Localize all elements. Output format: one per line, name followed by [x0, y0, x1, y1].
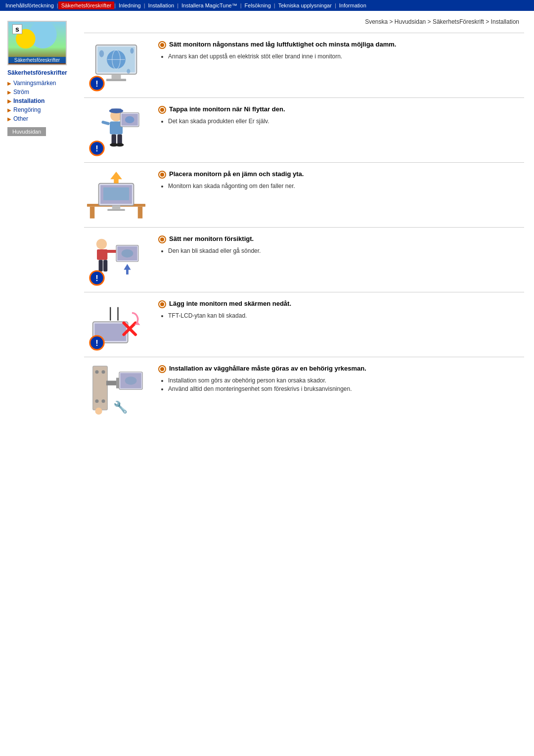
svg-text:!: ! [95, 79, 98, 89]
instruction-bullets-1: Annars kan det uppstå en elektrisk stöt … [158, 53, 524, 60]
svg-point-55 [95, 399, 98, 403]
svg-rect-34 [107, 209, 125, 211]
globe-icon-2 [158, 106, 166, 114]
svg-rect-14 [111, 108, 121, 112]
instruction-title-3: Placera monitorn på en jämn och stadig y… [158, 170, 524, 179]
svg-point-8 [130, 48, 134, 54]
bullet-6-1: Installation som görs av obehörig person… [168, 377, 524, 384]
sidebar-nav-strom[interactable]: ▶ Ström [7, 88, 74, 96]
sidebar-nav-other[interactable]: ▶ Other [7, 114, 74, 123]
nav-item-felsokning[interactable]: Felsökning [242, 1, 274, 9]
instruction-bullets-2: Det kan skada produkten eller Er själv. [158, 118, 524, 125]
nav-item-installation[interactable]: Installation [145, 1, 178, 9]
svg-text:!: ! [95, 338, 98, 348]
svg-point-35 [96, 238, 107, 249]
svg-point-24 [116, 143, 124, 146]
sidebar-nav-rengoring[interactable]: ▶ Rengöring [7, 105, 74, 114]
svg-rect-32 [103, 188, 129, 200]
nav-item-tekniska[interactable]: Tekniska upplysningar [275, 1, 335, 9]
nav-item-magictune[interactable]: Installera MagicTune™ [178, 1, 240, 9]
svg-rect-42 [103, 260, 107, 272]
svg-point-61 [125, 377, 137, 385]
svg-rect-16 [101, 120, 110, 125]
svg-rect-36 [97, 249, 107, 260]
sidebar-label-other: Other [13, 115, 28, 122]
arrow-icon-rengoring: ▶ [7, 107, 11, 113]
svg-point-7 [99, 50, 104, 57]
sidebar-nav-installation[interactable]: ▶ Installation [7, 96, 74, 105]
instruction-item-1: ! Sätt monitorn någonstans med låg luftf… [84, 33, 524, 97]
instruction-text-3: Placera monitorn på en jämn och stadig y… [158, 170, 524, 191]
sidebar-label-varningsmarken: Varningsmärken [13, 80, 56, 87]
svg-point-56 [101, 399, 105, 403]
svg-rect-5 [112, 74, 121, 79]
svg-rect-28 [90, 207, 94, 219]
svg-text:!: ! [95, 144, 98, 153]
instruction-image-3 [84, 170, 148, 220]
instruction-item-3: Placera monitorn på en jämn och stadig y… [84, 162, 524, 227]
sidebar-logo: s Säkerhetsföreskrifter [7, 21, 67, 65]
svg-rect-52 [93, 366, 108, 410]
instruction-title-6: Installation av vägghållare måste göras … [158, 365, 524, 373]
svg-point-53 [95, 370, 98, 374]
nav-item-sakerhet[interactable]: Säkerhetsföreskrifter [58, 1, 114, 9]
svg-text:!: ! [95, 274, 98, 283]
sidebar-label-strom: Ström [13, 89, 29, 95]
sidebar-nav-varningsmarken[interactable]: ▶ Varningsmärken [7, 79, 74, 88]
instruction-text-4: Sätt ner monitorn försiktigt. Den kan bl… [158, 235, 524, 256]
instruction-image-2: ! [84, 105, 148, 155]
instruction-title-1: Sätt monitorn någonstans med låg luftfuk… [158, 41, 524, 49]
bullet-6-2: Använd alltid den monteringsenhet som fö… [168, 385, 524, 392]
globe-icon-4 [158, 236, 166, 243]
instruction-bullets-4: Den kan bli skadad eller gå sönder. [158, 247, 524, 254]
instruction-title-4: Sätt ner monitorn försiktigt. [158, 235, 524, 243]
instruction-item-2: ! Tappa inte monitorn när Ni flyttar den… [84, 97, 524, 162]
instruction-bullets-6: Installation som görs av obehörig person… [158, 377, 524, 392]
svg-rect-41 [99, 260, 103, 272]
sidebar-section-title: Säkerhetsföreskrifter [7, 69, 74, 76]
svg-point-40 [122, 249, 134, 258]
main-container: s Säkerhetsföreskrifter Säkerhetsföreskr… [0, 11, 534, 436]
sidebar-label-rengoring: Rengöring [13, 106, 41, 113]
instruction-item-6: 🔧 Installation av vägghållare måste göra… [84, 357, 524, 422]
sidebar-label-installation: Installation [13, 97, 44, 104]
svg-point-9 [127, 69, 130, 73]
bullet-2-1: Det kan skada produkten eller Er själv. [168, 118, 524, 125]
instruction-item-4: ! Sätt ner monitorn försiktigt. Den kan … [84, 227, 524, 292]
nav-item-innehall[interactable]: Innehållsförteckning [2, 1, 57, 9]
instruction-image-6: 🔧 [84, 365, 148, 414]
arrow-icon-varningsmarken: ▶ [7, 81, 11, 86]
instruction-image-4: ! [84, 235, 148, 284]
instruction-text-1: Sätt monitorn någonstans med låg luftfuk… [158, 41, 524, 61]
svg-rect-33 [112, 205, 121, 209]
sidebar-logo-s-letter: s [12, 24, 22, 34]
nav-item-information[interactable]: Information [336, 1, 369, 9]
instruction-image-5: ! [84, 300, 148, 349]
arrow-icon-strom: ▶ [7, 90, 11, 95]
svg-point-54 [101, 370, 105, 374]
bullet-4-1: Den kan bli skadad eller gå sönder. [168, 247, 524, 254]
top-navigation: Innehållsförteckning | Säkerhetsföreskri… [0, 0, 534, 11]
svg-rect-29 [138, 207, 142, 219]
svg-rect-6 [106, 79, 126, 81]
instruction-item-5: ! Lägg inte monitorn med skärmen nedåt. … [84, 292, 524, 357]
breadcrumb: Svenska > Huvudsidan > SäkerhetsFöreskri… [84, 18, 524, 25]
arrow-icon-installation: ▶ [7, 98, 11, 104]
svg-point-62 [95, 408, 102, 415]
globe-icon-3 [158, 171, 166, 179]
instruction-title-5: Lägg inte monitorn med skärmen nedåt. [158, 300, 524, 308]
bullet-3-1: Monitorn kan skada någonting om den fall… [168, 183, 524, 189]
home-button[interactable]: Huvudsidan [7, 127, 46, 136]
globe-icon-1 [158, 41, 166, 49]
instruction-image-1: ! [84, 41, 148, 90]
svg-text:🔧: 🔧 [113, 400, 128, 414]
instruction-bullets-5: TFT-LCD-ytan kan bli skadad. [158, 312, 524, 319]
svg-point-20 [125, 116, 134, 123]
arrow-icon-other: ▶ [7, 116, 11, 122]
sidebar: s Säkerhetsföreskrifter Säkerhetsföreskr… [0, 16, 79, 431]
nav-item-inledning[interactable]: Inledning [116, 1, 144, 9]
globe-icon-6 [158, 365, 166, 373]
instruction-text-6: Installation av vägghållare måste göras … [158, 365, 524, 394]
instruction-title-2: Tappa inte monitorn när Ni flyttar den. [158, 105, 524, 114]
instruction-bullets-3: Monitorn kan skada någonting om den fall… [158, 183, 524, 189]
